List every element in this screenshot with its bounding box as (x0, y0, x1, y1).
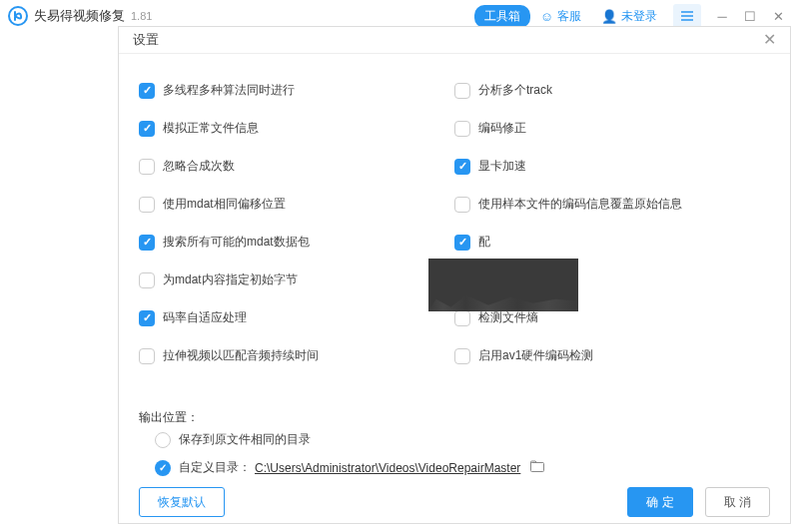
user-icon: 👤 (601, 9, 617, 24)
output-option-original[interactable]: 保存到原文件相同的目录 (155, 426, 770, 454)
option-row: 多线程多种算法同时进行 (139, 72, 454, 110)
restore-defaults-button[interactable]: 恢复默认 (139, 487, 225, 517)
hamburger-icon (680, 10, 694, 22)
checkbox[interactable] (139, 272, 155, 288)
checkbox[interactable] (139, 83, 155, 99)
option-row: 启用av1硬件编码检测 (454, 337, 770, 375)
checkbox[interactable] (454, 348, 470, 364)
option-label: 配 (478, 234, 490, 251)
checkbox[interactable] (139, 197, 155, 213)
radio-icon[interactable] (155, 432, 171, 448)
dialog-body: 多线程多种算法同时进行模拟正常文件信息忽略合成次数使用mdat相同偏移位置搜索所… (119, 54, 790, 482)
checkbox[interactable] (454, 159, 470, 175)
checkbox[interactable] (454, 121, 470, 137)
output-section: 输出位置： 保存到原文件相同的目录 自定义目录： C:\Users\Admini… (139, 409, 770, 482)
obscured-region (428, 259, 578, 311)
toolbox-button[interactable]: 工具箱 (474, 5, 530, 28)
checkbox[interactable] (139, 310, 155, 326)
checkbox[interactable] (454, 83, 470, 99)
option-label: 分析多个track (478, 82, 552, 99)
login-button[interactable]: 👤未登录 (591, 5, 667, 28)
option-label: 搜索所有可能的mdat数据包 (163, 234, 310, 251)
dialog-footer: 恢复默认 确 定 取 消 (119, 482, 790, 523)
svg-point-0 (9, 7, 27, 25)
checkbox[interactable] (454, 197, 470, 213)
option-label: 忽略合成次数 (163, 158, 235, 175)
option-label: 多线程多种算法同时进行 (163, 82, 295, 99)
radio-icon[interactable] (155, 460, 171, 476)
window-controls: ─ ☐ ✕ (709, 4, 791, 28)
ok-button[interactable]: 确 定 (627, 487, 692, 517)
option-label: 码率自适应处理 (163, 309, 247, 326)
checkbox[interactable] (454, 235, 470, 251)
checkbox[interactable] (139, 348, 155, 364)
output-path[interactable]: C:\Users\Administrator\Videos\VideoRepai… (255, 461, 520, 475)
option-label: 使用样本文件的编码信息覆盖原始信息 (478, 196, 682, 213)
close-button[interactable]: ✕ (765, 4, 791, 28)
svg-rect-4 (531, 463, 544, 472)
minimize-button[interactable]: ─ (709, 4, 735, 28)
option-row: 为mdat内容指定初始字节 (139, 262, 454, 299)
option-row: 分析多个track (454, 72, 770, 110)
dialog-title: 设置 (133, 31, 159, 49)
option-label: 使用mdat相同偏移位置 (163, 196, 286, 213)
output-label: 输出位置： (139, 409, 770, 426)
option-label: 拉伸视频以匹配音频持续时间 (163, 347, 319, 364)
support-button[interactable]: ☺客服 (530, 5, 591, 28)
option-label: 显卡加速 (478, 158, 526, 175)
checkbox[interactable] (139, 121, 155, 137)
option-label: 检测文件熵 (478, 309, 538, 326)
dialog-close-button[interactable]: ✕ (763, 30, 776, 49)
radio-label: 自定义目录： (179, 459, 251, 476)
option-row: 忽略合成次数 (139, 148, 454, 186)
option-row: 拉伸视频以匹配音频持续时间 (139, 337, 454, 375)
option-row: 码率自适应处理 (139, 299, 454, 337)
radio-label: 保存到原文件相同的目录 (179, 431, 311, 448)
option-row: 显卡加速 (454, 148, 770, 186)
checkbox[interactable] (454, 310, 470, 326)
checkbox[interactable] (139, 159, 155, 175)
output-option-custom[interactable]: 自定义目录： C:\Users\Administrator\Videos\Vid… (155, 454, 770, 482)
option-label: 模拟正常文件信息 (163, 120, 259, 137)
option-row: 编码修正 (454, 110, 770, 148)
cancel-button[interactable]: 取 消 (705, 487, 770, 517)
option-row: 使用样本文件的编码信息覆盖原始信息 (454, 186, 770, 224)
app-version: 1.81 (131, 10, 152, 22)
option-row: 配 (454, 224, 770, 262)
browse-folder-icon[interactable] (530, 460, 544, 475)
option-label: 启用av1硬件编码检测 (478, 347, 593, 364)
settings-dialog: 设置 ✕ 多线程多种算法同时进行模拟正常文件信息忽略合成次数使用mdat相同偏移… (118, 26, 791, 524)
dialog-header: 设置 ✕ (119, 27, 790, 54)
option-row: 搜索所有可能的mdat数据包 (139, 224, 454, 262)
option-label: 为mdat内容指定初始字节 (163, 271, 298, 288)
checkbox[interactable] (139, 235, 155, 251)
option-label: 编码修正 (478, 120, 526, 137)
support-icon: ☺ (540, 9, 553, 24)
menu-button[interactable] (673, 4, 701, 28)
option-row: 使用mdat相同偏移位置 (139, 186, 454, 224)
option-row: 模拟正常文件信息 (139, 110, 454, 148)
maximize-button[interactable]: ☐ (737, 4, 763, 28)
app-logo-icon (8, 6, 28, 26)
app-title: 失易得视频修复 (34, 7, 125, 25)
